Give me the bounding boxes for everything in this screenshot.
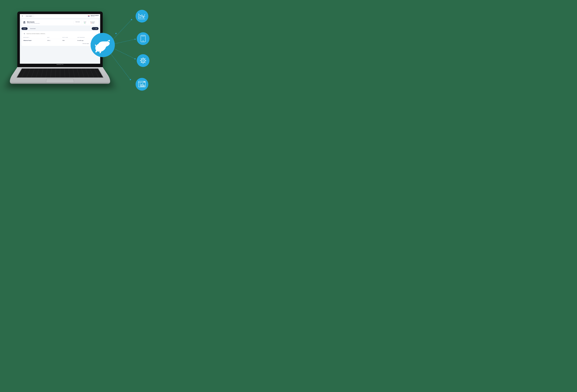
stat-deactivated[interactable]: Deactivated None	[88, 21, 97, 24]
merchant-list-card: MERCHANT↑ MCC POST CODE LAST MODIFIED Al…	[21, 31, 99, 46]
svg-point-23	[137, 54, 149, 67]
svg-point-29	[144, 82, 145, 82]
stat-active[interactable]: Active 1	[82, 21, 88, 24]
summary-stats: Merchants Active 1 Deactivated None	[73, 21, 97, 24]
topbar: Data Insights ▾ Marisa Frankton Miura [S…	[20, 14, 100, 18]
col-mcc[interactable]: MCC	[47, 37, 62, 38]
svg-point-13	[130, 79, 131, 80]
data-insights-dropdown[interactable]: Data Insights ▾	[25, 15, 35, 17]
svg-point-22	[143, 41, 143, 41]
user-menu[interactable]: Marisa Frankton Miura [S]	[91, 15, 99, 17]
tab-row: Active Deactivated ＋ Add	[21, 27, 99, 30]
svg-point-8	[134, 39, 136, 40]
cell-merchant: Albatross Peach	[23, 40, 47, 41]
page-subtitle: Manage all merchant accounts	[27, 23, 39, 24]
stat-merchants[interactable]: Merchants	[74, 21, 82, 24]
screen-bezel: Data Insights ▾ Marisa Frankton Miura [S…	[17, 11, 103, 67]
svg-rect-32	[141, 85, 142, 87]
svg-rect-20	[141, 35, 145, 42]
svg-line-3	[25, 34, 25, 34]
status-dot-deactivated	[91, 23, 91, 23]
cell-postcode: 7950	[62, 40, 77, 41]
svg-point-25	[136, 78, 148, 91]
add-label: Add	[95, 28, 97, 29]
svg-point-7	[115, 33, 116, 34]
svg-rect-26	[139, 81, 145, 87]
keyboard	[16, 69, 104, 78]
table-header: MERCHANT↑ MCC POST CODE LAST MODIFIED	[21, 36, 99, 39]
svg-point-5	[131, 19, 132, 20]
bank-icon	[23, 21, 26, 24]
page-title: Merchants	[27, 21, 39, 23]
status-dot-active	[84, 23, 85, 23]
tab-active[interactable]: Active	[21, 27, 28, 30]
cell-mcc: 0742ⓘ	[47, 40, 62, 41]
rows-per-page-label: Rows per page:	[83, 43, 89, 44]
svg-point-10	[134, 58, 136, 59]
dropdown-label: Data Insights	[26, 15, 32, 17]
svg-point-2	[24, 33, 25, 34]
svg-line-4	[112, 20, 132, 40]
svg-line-11	[110, 53, 130, 80]
search-icon[interactable]	[21, 15, 24, 17]
info-icon[interactable]: ⓘ	[50, 40, 51, 41]
col-postcode[interactable]: POST CODE	[62, 37, 77, 38]
laptop-mockup: Data Insights ▾ Marisa Frankton Miura [S…	[17, 11, 103, 90]
user-org: Miura [S]	[91, 16, 99, 17]
tab-deactivated[interactable]: Deactivated	[29, 27, 37, 30]
table-row[interactable]: Albatross Peach 0742ⓘ 7950 8 months ago	[21, 39, 99, 42]
col-modified[interactable]: LAST MODIFIED	[77, 37, 97, 38]
svg-point-12	[110, 52, 111, 54]
app-viewport: Data Insights ▾ Marisa Frankton Miura [S…	[20, 14, 100, 64]
keyboard-deck	[6, 67, 114, 84]
svg-line-1	[23, 16, 23, 17]
search-input[interactable]	[27, 33, 97, 34]
merchant-table: MERCHANT↑ MCC POST CODE LAST MODIFIED Al…	[21, 36, 99, 42]
dashboard-icon	[136, 78, 148, 91]
svg-point-18	[143, 17, 144, 17]
svg-point-0	[22, 16, 23, 16]
svg-rect-33	[142, 84, 143, 87]
sort-up-icon: ↑	[29, 37, 30, 38]
search-icon	[23, 33, 26, 35]
tablet-icon	[137, 32, 149, 45]
gear-icon	[137, 54, 149, 67]
flag-icon	[88, 15, 90, 17]
page-range: 1-1 of 1	[94, 43, 97, 44]
svg-point-30	[144, 82, 144, 82]
svg-point-28	[144, 82, 144, 82]
svg-line-6	[114, 39, 135, 44]
svg-line-9	[114, 48, 135, 59]
svg-point-19	[137, 32, 149, 45]
svg-point-17	[142, 15, 142, 15]
page-header-card: Merchants Manage all merchant accounts M…	[21, 19, 99, 26]
trackpad	[46, 79, 74, 82]
rows-per-page-select[interactable]: 50 ▾	[90, 43, 92, 44]
svg-point-15	[136, 10, 148, 23]
analytics-icon	[136, 10, 148, 23]
cell-modified: 8 months ago	[77, 40, 97, 41]
svg-point-24	[142, 59, 145, 62]
search-row	[21, 31, 99, 36]
add-merchant-button[interactable]: ＋ Add	[92, 27, 99, 30]
chevron-down-icon: ▾	[33, 15, 33, 17]
svg-point-16	[140, 16, 141, 16]
pagination: Rows per page: 50 ▾ 1-1 of 1	[21, 42, 99, 45]
col-merchant[interactable]: MERCHANT↑	[23, 37, 47, 38]
connector-lines	[110, 19, 136, 80]
laptop-brand: MacBook Pro	[20, 64, 100, 66]
svg-rect-34	[144, 85, 144, 87]
plus-icon: ＋	[93, 28, 94, 29]
